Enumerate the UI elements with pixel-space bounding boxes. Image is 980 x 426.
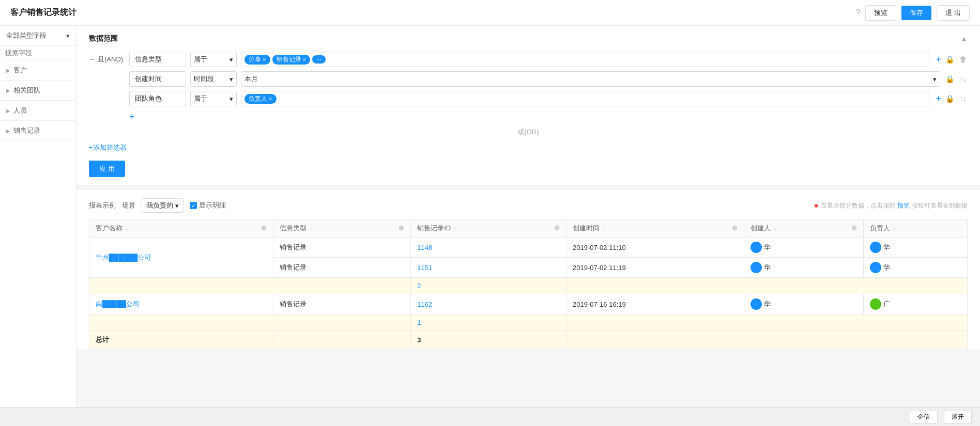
add-value-icon[interactable]: + bbox=[936, 54, 941, 65]
tag-close-icon[interactable]: × bbox=[269, 96, 272, 102]
section-title: 数据范围 bbox=[89, 34, 118, 43]
sidebar-item-label: 客户 bbox=[13, 66, 27, 75]
preview-button[interactable]: 预览 bbox=[865, 5, 896, 21]
minus-icon[interactable]: － bbox=[89, 55, 96, 64]
delete-icon[interactable]: ↑↓ bbox=[958, 74, 968, 84]
help-button[interactable]: ? bbox=[855, 8, 860, 18]
scene-label: 场景 bbox=[122, 201, 135, 210]
table-header-row: 客户名称 ↕ ⊕ 信息类型 ↕ ⊕ 销售记录ID ↕ ⊕ bbox=[89, 219, 968, 238]
sort-icon[interactable]: ↕ bbox=[893, 226, 895, 231]
avatar bbox=[870, 242, 881, 253]
record-id-link[interactable]: 1148 bbox=[417, 244, 432, 251]
collapse-icon[interactable]: ▲ bbox=[960, 35, 968, 43]
filter-logic-label: － 且(AND) bbox=[89, 52, 123, 64]
field-type-selector[interactable]: 全部类型字段 ▾ bbox=[0, 26, 76, 46]
cell-record-id: 1148 bbox=[411, 238, 566, 258]
col-settings-icon[interactable]: ⊕ bbox=[399, 224, 404, 231]
add-row-area: + bbox=[129, 111, 968, 123]
avatar bbox=[751, 262, 762, 273]
expand-button[interactable]: 展开 bbox=[944, 410, 972, 424]
delete-icon[interactable]: 🗑 bbox=[958, 54, 968, 65]
sort-icon[interactable]: ↕ bbox=[603, 226, 605, 231]
filter-actions-2: 🔒 ↑↓ bbox=[944, 74, 968, 84]
sort-icon[interactable]: ↕ bbox=[774, 226, 776, 231]
apply-button[interactable]: 应 用 bbox=[89, 161, 125, 177]
record-id-link[interactable]: 1151 bbox=[417, 264, 432, 272]
filter-value-1[interactable]: 分享 × 销售记录 × ··· bbox=[241, 52, 929, 67]
sidebar-items: ▶ 客户 ▶ 相关团队 ▶ 人员 ▶ 销售记录 bbox=[0, 60, 76, 426]
chevron-down-icon: ▾ bbox=[229, 95, 233, 103]
report-section: 报表示例 场景 我负责的 ▾ ✓ 显示明细 ● 仅显示部分数据，点击顶部 预览 … bbox=[76, 190, 980, 349]
arrow-icon: ▶ bbox=[6, 68, 10, 73]
sidebar-item-label: 销售记录 bbox=[13, 126, 40, 135]
cell-owner: 广 bbox=[863, 294, 967, 314]
data-range-section: 数据范围 ▲ － 且(AND) 信息类型 属于 ▾ bbox=[76, 26, 980, 186]
filter-field-3[interactable]: 团队角色 bbox=[129, 91, 186, 106]
save-button[interactable]: 保存 bbox=[901, 6, 931, 20]
record-id-link[interactable]: 1162 bbox=[417, 301, 432, 308]
filter-op-1[interactable]: 属于 ▾ bbox=[190, 52, 237, 67]
arrow-icon: ▶ bbox=[6, 108, 10, 114]
col-info-type: 信息类型 ↕ ⊕ bbox=[273, 219, 411, 238]
col-settings-icon[interactable]: ⊕ bbox=[732, 224, 738, 231]
tag-close-icon[interactable]: × bbox=[303, 56, 306, 62]
col-customer: 客户名称 ↕ ⊕ bbox=[89, 219, 273, 238]
lock-icon[interactable]: 🔒 bbox=[944, 74, 955, 84]
total-label: 总计 bbox=[89, 331, 273, 349]
tag-close-icon[interactable]: × bbox=[263, 56, 266, 62]
add-filter-button[interactable]: +添加筛选器 bbox=[89, 141, 968, 154]
col-owner: 负责人 ↕ bbox=[863, 219, 967, 238]
sidebar-item-sales[interactable]: ▶ 销售记录 bbox=[0, 121, 76, 141]
filter-field-1[interactable]: 信息类型 bbox=[129, 52, 186, 67]
main-content: 数据范围 ▲ － 且(AND) 信息类型 属于 ▾ bbox=[76, 26, 980, 426]
top-header: 客户销售记录统计 ? 预览 保存 退 出 bbox=[0, 0, 980, 26]
scenario-select[interactable]: 我负责的 ▾ bbox=[142, 198, 183, 213]
company-button[interactable]: 企信 bbox=[910, 410, 938, 424]
cell-creator: 华 bbox=[744, 294, 864, 314]
sort-icon[interactable]: ↕ bbox=[310, 226, 312, 231]
filter-op-2[interactable]: 时间段 ▾ bbox=[190, 71, 237, 87]
customer-link[interactable]: 兰州██████公司 bbox=[96, 254, 151, 261]
col-settings-icon[interactable]: ⊕ bbox=[851, 224, 857, 231]
sidebar: 全部类型字段 ▾ 🔍 ▶ 客户 ▶ 相关团队 ▶ 人员 ▶ 销售记录 bbox=[0, 26, 76, 426]
chevron-down-icon: ▾ bbox=[933, 75, 937, 83]
cell-record-id: 1151 bbox=[411, 258, 566, 278]
avatar bbox=[870, 298, 881, 310]
filter-field-2[interactable]: 创建时间 bbox=[129, 71, 186, 87]
show-detail-checkbox[interactable]: ✓ 显示明细 bbox=[190, 201, 226, 210]
sidebar-item-person[interactable]: ▶ 人员 bbox=[0, 101, 76, 121]
table-row: 南█████公司 销售记录 1162 2019-07-16 16:19 华 bbox=[89, 294, 968, 314]
subtotal-row-1: 2 bbox=[89, 278, 968, 294]
tag-more[interactable]: ··· bbox=[312, 55, 326, 64]
add-value-icon[interactable]: + bbox=[936, 93, 941, 104]
customer-link[interactable]: 南█████公司 bbox=[96, 300, 140, 308]
col-record-id: 销售记录ID ↕ ⊕ bbox=[411, 219, 566, 238]
section-header: 数据范围 ▲ bbox=[89, 34, 968, 43]
col-settings-icon[interactable]: ⊕ bbox=[554, 224, 560, 231]
tag-owner[interactable]: 负责人 × bbox=[244, 94, 276, 104]
sort-icon[interactable]: ↕ bbox=[454, 226, 456, 231]
warning-icon: ● bbox=[814, 201, 819, 210]
filter-row-2: 创建时间 时间段 ▾ 本月 ▾ 🔒 ↑↓ bbox=[129, 71, 968, 87]
tag-share[interactable]: 分享 × bbox=[244, 55, 270, 65]
tag-sales[interactable]: 销售记录 × bbox=[272, 55, 310, 65]
main-layout: 全部类型字段 ▾ 🔍 ▶ 客户 ▶ 相关团队 ▶ 人员 ▶ 销售记录 bbox=[0, 26, 980, 426]
sort-icon[interactable]: ↕ bbox=[126, 226, 128, 231]
sidebar-item-customer[interactable]: ▶ 客户 bbox=[0, 60, 76, 81]
cell-create-time: 2019-07-02 11:10 bbox=[566, 238, 744, 258]
filter-op-3[interactable]: 属于 ▾ bbox=[190, 91, 237, 106]
filter-actions-1: + 🔒 🗑 bbox=[933, 54, 968, 65]
cell-info-type: 销售记录 bbox=[273, 294, 411, 314]
header-actions: ? 预览 保存 退 出 bbox=[855, 5, 970, 21]
sidebar-item-team[interactable]: ▶ 相关团队 bbox=[0, 81, 76, 101]
lock-icon[interactable]: 🔒 bbox=[944, 93, 955, 104]
filter-value-2[interactable]: 本月 ▾ bbox=[241, 71, 940, 87]
hint-preview-link[interactable]: 预览 bbox=[897, 201, 910, 210]
col-settings-icon[interactable]: ⊕ bbox=[261, 224, 267, 231]
delete-icon[interactable]: ↑↓ bbox=[958, 93, 968, 104]
add-row-button[interactable]: + bbox=[129, 112, 135, 122]
page-title: 客户销售记录统计 bbox=[10, 7, 76, 18]
lock-icon[interactable]: 🔒 bbox=[944, 54, 955, 65]
filter-value-3[interactable]: 负责人 × bbox=[241, 91, 929, 106]
exit-button[interactable]: 退 出 bbox=[937, 5, 970, 21]
